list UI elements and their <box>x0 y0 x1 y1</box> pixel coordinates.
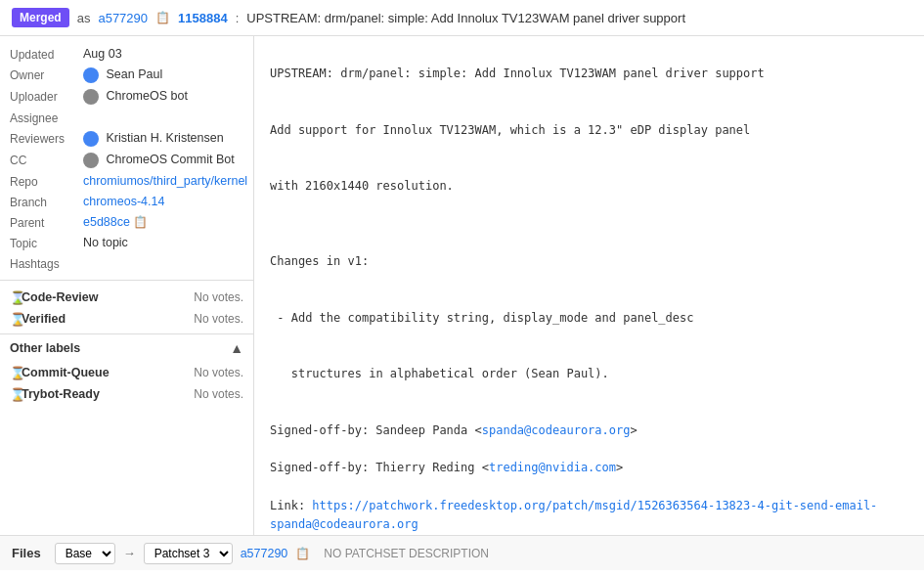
branch-link[interactable]: chromeos-4.14 <box>83 195 164 208</box>
reviewer-avatar <box>83 131 99 147</box>
branch-label: Branch <box>10 195 83 209</box>
sidebar-topic-row: Topic No topic <box>0 233 253 253</box>
verified-votes: No votes. <box>194 312 243 326</box>
repo-link[interactable]: chromiumos/third_party/kernel <box>83 174 247 188</box>
content-area: UPSTREAM: drm/panel: simple: Add Innolux… <box>254 36 924 535</box>
cc-label: CC <box>10 153 83 167</box>
commit-queue-row: Commit-Queue No votes. <box>0 362 253 383</box>
cc-avatar <box>83 153 99 168</box>
labels-section: Code-Review No votes. Verified No votes. <box>0 280 253 330</box>
parent-label: Parent <box>10 215 83 230</box>
updated-value: Aug 03 <box>83 47 243 61</box>
reviewers-label: Reviewers <box>10 131 83 146</box>
trybot-ready-votes: No votes. <box>194 387 243 401</box>
code-review-row: Code-Review No votes. <box>0 287 253 308</box>
uploader-label: Uploader <box>10 89 83 104</box>
arrow-separator: → <box>123 546 136 560</box>
main-layout: Updated Aug 03 Owner Sean Paul Uploader … <box>0 36 924 535</box>
trybot-ready-label: Trybot-Ready <box>22 387 119 401</box>
commit-message: UPSTREAM: drm/panel: simple: Add Innolux… <box>270 46 908 535</box>
assignee-label: Assignee <box>10 111 83 125</box>
sidebar-uploader-row: Uploader ChromeOS bot <box>0 86 253 108</box>
sidebar-hashtags-row: Hashtags <box>0 253 253 274</box>
sidebar-repo-row: Repo chromiumos/third_party/kernel <box>0 171 253 192</box>
other-labels-title: Other labels <box>10 341 230 355</box>
copy-footer-sha-icon[interactable]: 📋 <box>295 547 310 560</box>
cr-number-link[interactable]: 1158884 <box>178 11 228 25</box>
cc-value: ChromeOS Commit Bot <box>83 153 243 168</box>
trybot-ready-row: Trybot-Ready No votes. <box>0 383 253 405</box>
sidebar-owner-row: Owner Sean Paul <box>0 65 253 86</box>
repo-label: Repo <box>10 174 83 189</box>
owner-label: Owner <box>10 67 83 82</box>
copy-parent-icon[interactable]: 📋 <box>133 215 148 229</box>
commit-line4: with 2160x1440 resolution. <box>270 179 454 193</box>
verified-icon <box>10 312 22 326</box>
sidebar-updated-row: Updated Aug 03 <box>0 44 253 65</box>
commit-line7: - Add the compatibility string, display_… <box>270 311 694 325</box>
patchset-select[interactable]: Patchset 3 <box>144 543 233 564</box>
merged-badge: Merged <box>12 8 69 27</box>
header-as-text: as <box>77 11 91 25</box>
commit-line8: structures in alphabetical order (Sean P… <box>270 367 609 380</box>
commit-queue-icon <box>10 366 22 379</box>
code-review-label: Code-Review <box>22 290 119 304</box>
commit-line6: Changes in v1: <box>270 254 369 268</box>
verified-label: Verified <box>22 312 119 326</box>
parent-value: e5d88ce 📋 <box>83 215 243 229</box>
code-review-icon <box>10 290 22 304</box>
patchwork-link[interactable]: https://patchwork.freedesktop.org/patch/… <box>270 499 877 531</box>
trybot-ready-icon <box>10 387 22 401</box>
uploader-name: ChromeOS bot <box>106 89 187 103</box>
hashtags-label: Hashtags <box>10 256 83 271</box>
sidebar-branch-row: Branch chromeos-4.14 <box>0 192 253 212</box>
base-select[interactable]: Base <box>55 543 115 564</box>
commit-line1: UPSTREAM: drm/panel: simple: Add Innolux… <box>270 67 765 80</box>
topic-label: Topic <box>10 236 83 250</box>
page-title: UPSTREAM: drm/panel: simple: Add Innolux… <box>246 11 685 25</box>
commit-line3: Add support for Innolux TV123WAM, which … <box>270 123 750 137</box>
treding-link[interactable]: treding@nvidia.com <box>489 461 616 474</box>
verified-row: Verified No votes. <box>0 308 253 330</box>
other-labels-header[interactable]: Other labels ▲ <box>0 333 253 362</box>
sidebar-cc-row: CC ChromeOS Commit Bot <box>0 150 253 171</box>
spanda-link[interactable]: spanda@codeaurora.org <box>482 423 631 437</box>
uploader-value: ChromeOS bot <box>83 89 243 105</box>
reviewer-name: Kristian H. Kristensen <box>106 131 223 145</box>
sidebar-reviewers-row: Reviewers Kristian H. Kristensen <box>0 128 253 150</box>
title-separator: : <box>236 11 240 25</box>
owner-name: Sean Paul <box>106 67 162 81</box>
topic-value: No topic <box>83 236 243 249</box>
reviewers-value: Kristian H. Kristensen <box>83 131 243 147</box>
sidebar-parent-row: Parent e5d88ce 📋 <box>0 212 253 233</box>
commit-queue-votes: No votes. <box>194 366 243 379</box>
files-label: Files <box>12 546 41 560</box>
footer-commit-sha-link[interactable]: a577290 <box>241 547 288 560</box>
code-review-votes: No votes. <box>194 290 243 304</box>
chevron-up-icon: ▲ <box>230 340 243 356</box>
commit-queue-label: Commit-Queue <box>22 366 119 379</box>
commit-short-link[interactable]: a577290 <box>98 11 148 25</box>
sidebar-assignee-row: Assignee <box>0 108 253 128</box>
branch-value: chromeos-4.14 <box>83 195 243 208</box>
cc-name: ChromeOS Commit Bot <box>106 153 234 166</box>
updated-label: Updated <box>10 47 83 62</box>
uploader-avatar <box>83 89 99 105</box>
parent-link[interactable]: e5d88ce <box>83 215 130 229</box>
sidebar: Updated Aug 03 Owner Sean Paul Uploader … <box>0 36 254 535</box>
footer-bar: Files Base → Patchset 3 a577290 📋 NO PAT… <box>0 535 924 570</box>
owner-avatar <box>83 67 99 83</box>
header-bar: Merged as a577290 📋 1158884: UPSTREAM: d… <box>0 0 924 36</box>
copy-commit-icon[interactable]: 📋 <box>155 11 170 24</box>
owner-value: Sean Paul <box>83 67 243 83</box>
repo-value: chromiumos/third_party/kernel <box>83 174 247 188</box>
no-patchset-desc: NO PATCHSET DESCRIPTION <box>324 547 489 560</box>
